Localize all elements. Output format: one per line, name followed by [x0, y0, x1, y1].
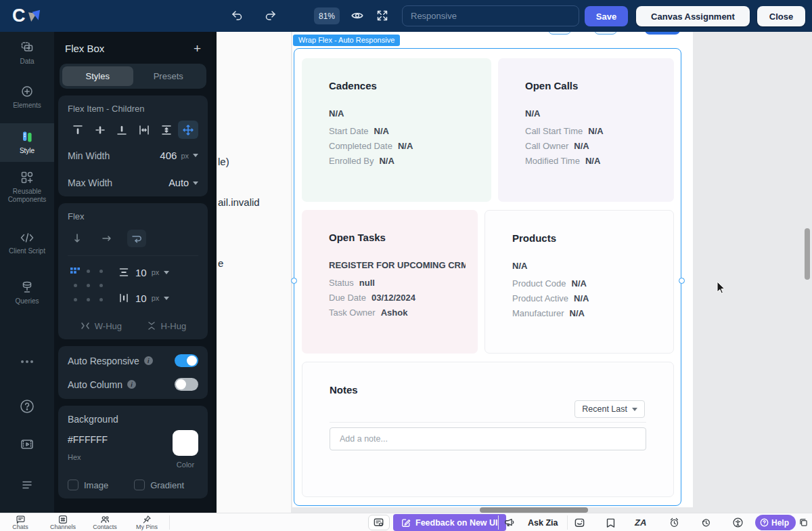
- card-products[interactable]: Products N/A Product CodeN/A Product Act…: [484, 210, 674, 354]
- breakpoint-input[interactable]: [402, 5, 579, 26]
- card-cadences[interactable]: Cadences N/A Start DateN/A Completed Dat…: [302, 58, 491, 202]
- field-label: Task Owner: [329, 307, 376, 318]
- card-title: Products: [512, 232, 556, 244]
- page-settings-button[interactable]: [368, 515, 390, 530]
- sidebar-item-client-script[interactable]: Client Script: [0, 232, 54, 255]
- auto-column-toggle[interactable]: [175, 378, 198, 391]
- contacts-button[interactable]: Contacts: [87, 513, 123, 531]
- notes-sort-dropdown[interactable]: Recent Last: [574, 400, 645, 418]
- min-width-unit: px: [181, 152, 189, 160]
- undo-icon[interactable]: [230, 9, 244, 22]
- free-position-icon[interactable]: [178, 121, 198, 139]
- flex-item-children-section: Flex Item - Children: [58, 95, 208, 196]
- max-width-dropdown[interactable]: Auto: [168, 177, 198, 188]
- edit-icon: [401, 518, 411, 528]
- min-width-dropdown[interactable]: 406 px: [160, 150, 198, 161]
- flex-direction-column-icon[interactable]: [68, 230, 87, 247]
- card-notes[interactable]: Notes Recent Last: [302, 362, 674, 497]
- ask-zia-button[interactable]: Ask Zia: [528, 513, 558, 531]
- rail-menu-button[interactable]: [0, 480, 54, 490]
- add-style-icon[interactable]: +: [194, 43, 201, 54]
- section-title: Flex Item - Children: [68, 104, 198, 114]
- notes-sort-label: Recent Last: [582, 404, 627, 414]
- field-value: N/A: [574, 141, 589, 151]
- alignment-grid[interactable]: [69, 264, 108, 307]
- flex-direction-row-icon[interactable]: [97, 230, 116, 247]
- tab-styles[interactable]: Styles: [62, 66, 133, 86]
- background-hex-value[interactable]: #FFFFFF: [68, 434, 108, 445]
- fill-height-icon[interactable]: [156, 121, 177, 139]
- close-button[interactable]: Close: [757, 6, 805, 26]
- more-dots-icon: [20, 359, 35, 364]
- question-circle-icon: [19, 398, 35, 415]
- field-value: N/A: [374, 126, 389, 136]
- background-color-swatch[interactable]: [173, 430, 198, 456]
- field-label: Completed Date: [329, 141, 392, 151]
- my-pins-label: My Pins: [136, 524, 158, 530]
- align-bottom-icon[interactable]: [112, 121, 132, 139]
- rail-video-tour-button[interactable]: [0, 438, 54, 451]
- resize-handle-left[interactable]: [291, 278, 297, 284]
- column-gap-value: 10: [135, 293, 147, 304]
- bookmark-button[interactable]: [606, 515, 616, 530]
- sidebar-item-data[interactable]: Data: [0, 41, 54, 66]
- save-button[interactable]: Save: [585, 6, 628, 26]
- info-icon[interactable]: i: [127, 380, 136, 389]
- align-top-icon[interactable]: [68, 121, 88, 139]
- sidebar-item-label: Reusable Components: [0, 188, 54, 204]
- redo-icon[interactable]: [264, 9, 277, 22]
- row-gap-dropdown[interactable]: 10 px: [117, 266, 169, 279]
- field-value: N/A: [574, 293, 589, 303]
- sidebar-item-label: Data: [20, 58, 34, 66]
- background-gradient-checkbox[interactable]: Gradient: [134, 480, 184, 490]
- tab-presets[interactable]: Presets: [133, 66, 204, 86]
- flex-wrap-icon[interactable]: [127, 230, 146, 247]
- copy-stack-icon[interactable]: [798, 515, 809, 530]
- add-note-input[interactable]: [330, 427, 646, 450]
- zia-translate-icon[interactable]: ZA: [635, 515, 646, 530]
- reminders-button[interactable]: [669, 515, 680, 530]
- channels-button[interactable]: Channels: [45, 513, 81, 531]
- rail-more-button[interactable]: [0, 359, 54, 364]
- accessibility-button[interactable]: [732, 515, 744, 530]
- fullscreen-icon[interactable]: [376, 9, 389, 22]
- feedback-button[interactable]: Feedback on New UI: [393, 514, 506, 531]
- width-hug-button[interactable]: W-Hug: [80, 320, 122, 331]
- history-button[interactable]: [700, 515, 712, 530]
- column-gap-dropdown[interactable]: 10 px: [117, 291, 169, 305]
- card-open-tasks[interactable]: Open Tasks REGISTER FOR UPCOMING CRM Sta…: [302, 210, 478, 354]
- zoom-level-badge[interactable]: 81%: [314, 7, 340, 24]
- help-button[interactable]: Help: [755, 515, 796, 530]
- resize-handle-right[interactable]: [679, 278, 685, 284]
- field-label: Call Owner: [525, 141, 568, 151]
- feedback-chat-button[interactable]: [574, 515, 585, 530]
- info-icon[interactable]: i: [144, 356, 153, 365]
- data-icon: [20, 41, 34, 54]
- selection-breadcrumb-tag[interactable]: Wrap Flex - Auto Responsive: [293, 35, 400, 46]
- logo-letter: C: [12, 5, 26, 26]
- rail-help-button[interactable]: [0, 398, 54, 415]
- card-open-calls[interactable]: Open Calls N/A Call Start TimeN/A Call O…: [498, 58, 674, 202]
- preview-eye-icon[interactable]: [351, 9, 364, 22]
- help-question-icon: [760, 518, 769, 527]
- sidebar-item-reusable-components[interactable]: Reusable Components: [0, 171, 54, 204]
- horizontal-scrollbar[interactable]: [480, 507, 588, 513]
- fill-width-icon[interactable]: [134, 121, 154, 139]
- mouse-cursor: [717, 281, 727, 295]
- auto-responsive-toggle[interactable]: [175, 354, 198, 367]
- height-hug-button[interactable]: H-Hug: [146, 320, 187, 331]
- my-pins-button[interactable]: My Pins: [130, 513, 164, 531]
- announcements-button[interactable]: [503, 515, 516, 530]
- chats-button[interactable]: Chats: [5, 513, 35, 531]
- sidebar-item-elements[interactable]: Elements: [0, 85, 54, 110]
- align-center-icon[interactable]: [90, 121, 110, 139]
- sidebar-item-style[interactable]: Style: [0, 123, 54, 162]
- chats-label: Chats: [12, 524, 28, 530]
- canvas-area[interactable]: le) ail.invalid e Wrap Flex - Auto Respo…: [212, 32, 812, 513]
- sidebar-item-queries[interactable]: Queries: [0, 280, 54, 305]
- canvas-assignment-button[interactable]: Canvas Assignment: [636, 6, 750, 26]
- app-logo[interactable]: C: [12, 5, 43, 27]
- channels-label: Channels: [50, 524, 76, 530]
- background-image-checkbox[interactable]: Image: [68, 480, 108, 490]
- vertical-scrollbar[interactable]: [805, 228, 810, 280]
